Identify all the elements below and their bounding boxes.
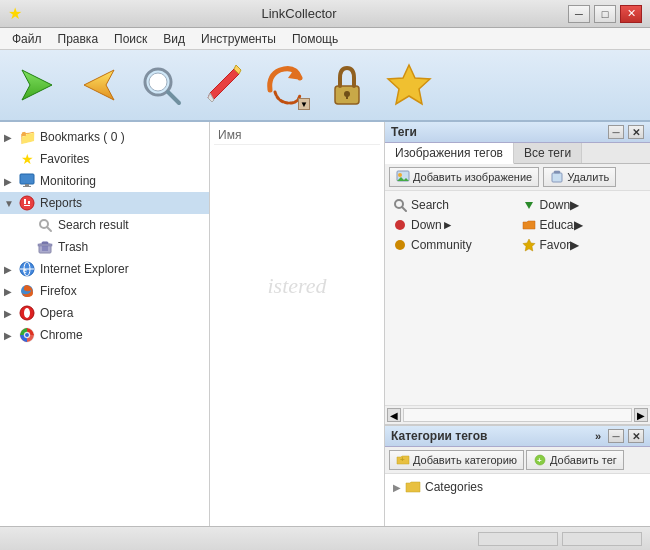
menu-file[interactable]: Файл [4, 30, 50, 48]
tab-all-tags[interactable]: Все теги [514, 143, 582, 163]
tag-community-label: Community [411, 238, 472, 252]
svg-rect-10 [346, 94, 348, 99]
svg-rect-12 [20, 174, 34, 184]
maximize-button[interactable]: □ [594, 5, 616, 23]
tag-search[interactable]: Search [389, 195, 518, 215]
tags-grid: Search Down▶ Down► Educa▶ [385, 191, 650, 405]
svg-marker-11 [388, 65, 430, 104]
tree-item-favorites[interactable]: ★ Favorites [0, 148, 209, 170]
tree-item-monitoring[interactable]: ▶ Monitoring [0, 170, 209, 192]
favorite-button[interactable] [380, 56, 438, 114]
favorites-label: Favorites [40, 152, 89, 166]
category-item-categories[interactable]: ▶ Categories [389, 478, 646, 496]
scroll-track[interactable] [403, 408, 632, 422]
tag-search-label: Search [411, 198, 449, 212]
remove-image-label: Удалить [567, 171, 609, 183]
tags-panel-header: Теги ─ ✕ [385, 122, 650, 143]
svg-marker-0 [22, 70, 52, 100]
expand-icon[interactable]: » [592, 430, 604, 442]
search-result-label: Search result [58, 218, 129, 232]
add-image-button[interactable]: Добавить изображение [389, 167, 539, 187]
svg-point-38 [398, 173, 402, 177]
chrome-icon [18, 326, 36, 344]
tag-business[interactable]: Down► [389, 215, 518, 235]
refresh-button[interactable]: ▼ [256, 56, 314, 114]
categories-minimize-button[interactable]: ─ [608, 429, 624, 443]
scroll-right-button[interactable]: ▶ [634, 408, 648, 422]
reports-label: Reports [40, 196, 82, 210]
tags-panel: Теги ─ ✕ Изображения тегов Все теги Доба… [385, 122, 650, 426]
favorites-icon: ★ [18, 150, 36, 168]
tree-item-trash[interactable]: Trash [0, 236, 209, 258]
education-tag-icon [522, 218, 536, 232]
add-category-label: Добавить категорию [413, 454, 517, 466]
window-controls: ─ □ ✕ [568, 5, 642, 23]
search-button[interactable] [132, 56, 190, 114]
scroll-left-button[interactable]: ◀ [387, 408, 401, 422]
tree-item-opera[interactable]: ▶ Opera [0, 302, 209, 324]
back-button[interactable] [70, 56, 128, 114]
tree-item-chrome[interactable]: ▶ Chrome [0, 324, 209, 346]
tag-business-label: Down► [411, 218, 454, 232]
tags-minimize-button[interactable]: ─ [608, 125, 624, 139]
tag-education-label: Educa▶ [540, 218, 583, 232]
add-tag-button[interactable]: + Добавить тег [526, 450, 624, 470]
menu-view[interactable]: Вид [155, 30, 193, 48]
categories-label: Categories [425, 480, 483, 494]
expand-categories-arrow[interactable]: ▶ [393, 482, 401, 493]
tags-toolbar: Добавить изображение Удалить [385, 164, 650, 191]
tree-item-firefox[interactable]: ▶ Firefox [0, 280, 209, 302]
svg-rect-14 [23, 186, 31, 187]
right-panels: Теги ─ ✕ Изображения тегов Все теги Доба… [385, 122, 650, 526]
svg-marker-47 [523, 239, 535, 251]
tags-scrollbar: ◀ ▶ [385, 405, 650, 424]
menu-help[interactable]: Помощь [284, 30, 346, 48]
edit-button[interactable] [194, 56, 252, 114]
close-button[interactable]: ✕ [620, 5, 642, 23]
toolbar: ▼ [0, 50, 650, 122]
main-area: ▶ 📁 Bookmarks ( 0 ) ★ Favorites ▶ Monito… [0, 122, 650, 526]
remove-image-button[interactable]: Удалить [543, 167, 616, 187]
menu-search[interactable]: Поиск [106, 30, 155, 48]
add-category-button[interactable]: + Добавить категорию [389, 450, 524, 470]
forward-button[interactable] [8, 56, 66, 114]
tag-community[interactable]: Community [389, 235, 518, 255]
menu-bar: Файл Правка Поиск Вид Инструменты Помощь [0, 28, 650, 50]
categories-close-button[interactable]: ✕ [628, 429, 644, 443]
expand-reports[interactable]: ▼ [4, 198, 18, 209]
menu-edit[interactable]: Правка [50, 30, 107, 48]
expand-chrome[interactable]: ▶ [4, 330, 18, 341]
remove-image-icon [550, 170, 564, 184]
expand-ie[interactable]: ▶ [4, 264, 18, 275]
monitoring-icon [18, 172, 36, 190]
expand-opera[interactable]: ▶ [4, 308, 18, 319]
lock-button[interactable] [318, 56, 376, 114]
add-image-label: Добавить изображение [413, 171, 532, 183]
svg-rect-17 [28, 201, 30, 204]
svg-point-15 [20, 196, 34, 210]
svg-point-46 [395, 240, 405, 250]
minimize-button[interactable]: ─ [568, 5, 590, 23]
tree-item-bookmarks[interactable]: ▶ 📁 Bookmarks ( 0 ) [0, 126, 209, 148]
menu-tools[interactable]: Инструменты [193, 30, 284, 48]
search-result-icon [36, 216, 54, 234]
tag-down[interactable]: Down▶ [518, 195, 647, 215]
tags-close-button[interactable]: ✕ [628, 125, 644, 139]
status-progress [478, 532, 558, 546]
expand-bookmarks[interactable]: ▶ [4, 132, 18, 143]
expand-monitoring[interactable]: ▶ [4, 176, 18, 187]
trash-label: Trash [58, 240, 88, 254]
categories-content: ▶ Categories [385, 474, 650, 526]
bookmarks-label: Bookmarks ( 0 ) [40, 130, 125, 144]
svg-line-43 [402, 207, 406, 211]
tree-item-reports[interactable]: ▼ Reports [0, 192, 209, 214]
tree-item-search-result[interactable]: Search result [0, 214, 209, 236]
tag-favorites-label: Favor▶ [540, 238, 580, 252]
tree-item-ie[interactable]: ▶ e Internet Explorer [0, 258, 209, 280]
tab-tag-images[interactable]: Изображения тегов [385, 143, 514, 164]
expand-firefox[interactable]: ▶ [4, 286, 18, 297]
tag-education[interactable]: Educa▶ [518, 215, 647, 235]
opera-label: Opera [40, 306, 73, 320]
status-info [562, 532, 642, 546]
tag-favorites[interactable]: Favor▶ [518, 235, 647, 255]
